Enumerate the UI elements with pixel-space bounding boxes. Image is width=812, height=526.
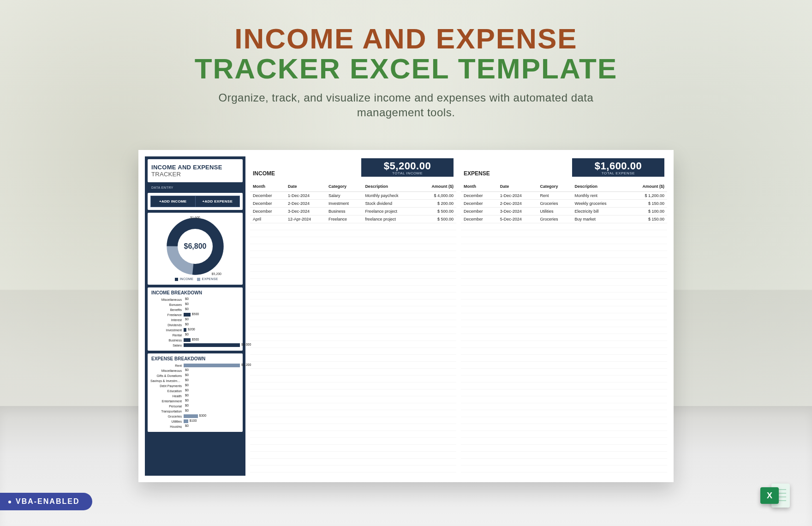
table-row: December3-Dec-2024BusinessFreelance proj…	[250, 208, 456, 215]
data-entry-label: DATA ENTRY	[148, 185, 243, 190]
hero-sub-line1: Organize, track, and visualize income an…	[219, 91, 594, 104]
expense-panel: EXPENSE $1,600.00 TOTAL EXPENSE Month Da…	[461, 156, 667, 476]
bar-value: $500	[192, 312, 199, 316]
bar-value: $0	[185, 297, 189, 300]
bar-value: $0	[185, 378, 189, 382]
cell-desc: Monthly paycheck	[362, 192, 417, 200]
bar-row: Utilities$100	[150, 419, 240, 424]
bar-value: $0	[185, 368, 189, 371]
bar-fill	[184, 343, 240, 347]
bar-row: Rent$1,200	[150, 363, 240, 368]
bar-track: $0	[184, 303, 240, 306]
bar-label: Savings & Investments	[150, 379, 182, 383]
bar-row: Miscellaneous$0	[150, 297, 240, 302]
cell-cat: Salary	[326, 192, 362, 200]
bar-track: $500	[184, 313, 240, 317]
bar-track: $0	[184, 379, 240, 383]
tracker-title-thin: TRACKER	[151, 171, 181, 178]
add-expense-button[interactable]: +ADD EXPENSE	[196, 196, 240, 207]
table-row: April12-Apr-2024Freelancefreelance proje…	[250, 215, 456, 223]
bar-row: Miscellaneous$0	[150, 368, 240, 373]
cell-amt: $ 1,200.00	[627, 192, 667, 200]
income-breakdown-title: INCOME BREAKDOWN	[148, 287, 243, 297]
bar-label: Housing	[150, 425, 182, 428]
bar-row: Interest$0	[150, 317, 240, 323]
bar-row: Education$0	[150, 389, 240, 394]
donut-legend: INCOME EXPENSE	[150, 277, 240, 282]
bar-value: $0	[185, 333, 189, 336]
expense-table: Month Date Category Description Amount (…	[461, 179, 667, 223]
bar-track: $200	[184, 328, 240, 332]
bar-fill	[184, 328, 186, 332]
cell-date: 2-Dec-2024	[285, 200, 326, 208]
bar-label: Debt Payments	[150, 384, 182, 388]
bar-track: $300	[184, 414, 240, 418]
tracker-title: INCOME AND EXPENSE TRACKER	[148, 159, 243, 182]
bar-label: Dividends	[150, 323, 182, 327]
bar-row: Gifts & Donations$0	[150, 373, 240, 378]
bar-row: Dividends$0	[150, 323, 240, 328]
hero-line1: INCOME AND EXPENSE	[0, 22, 812, 55]
bar-track: $0	[184, 409, 240, 413]
cell-cat: Business	[326, 208, 362, 215]
hero-sub-line2: management tools.	[357, 106, 455, 119]
bar-row: Freelance$500	[150, 312, 240, 317]
table-row: December1-Dec-2024SalaryMonthly paycheck…	[250, 192, 456, 200]
income-breakdown-bars: Miscellaneous$0Bonuses$0Benefits$0Freela…	[148, 297, 243, 351]
cell-desc: Electricity bill	[572, 208, 627, 215]
cell-date: 2-Dec-2024	[497, 200, 537, 208]
bar-value: $4,000	[241, 343, 251, 346]
cell-cat: Investment	[326, 200, 362, 208]
cell-desc: Buy market	[572, 215, 627, 223]
donut-income-value: $5,200	[212, 272, 221, 275]
bar-track: $4,000	[184, 343, 240, 347]
bar-label: Rental	[150, 334, 182, 337]
bar-row: Housing$0	[150, 424, 240, 429]
expense-th-date: Date	[497, 179, 537, 192]
cell-month: December	[250, 200, 285, 208]
cell-desc: freelance project	[362, 215, 417, 223]
cell-month: December	[461, 215, 497, 223]
cell-desc: Monthly rent	[572, 192, 627, 200]
bar-track: $0	[184, 323, 240, 327]
table-row: December1-Dec-2024RentMonthly rent$ 1,20…	[461, 192, 667, 200]
bar-fill	[184, 419, 188, 423]
expense-total-amount: $1,600.00	[575, 160, 662, 172]
bar-row: Debt Payments$0	[150, 383, 240, 389]
donut-card: $6,800 $1,600 $5,200 INCOME EXPENSE	[148, 213, 243, 285]
bar-value: $0	[185, 389, 189, 392]
bar-row: Rental$0	[150, 333, 240, 338]
bar-fill	[184, 338, 191, 342]
bar-value: $0	[185, 399, 189, 402]
legend-expense-label: EXPENSE	[202, 277, 218, 281]
income-th-amount: Amount ($)	[418, 179, 456, 192]
income-th-category: Category	[326, 179, 362, 192]
cell-cat: Groceries	[537, 200, 572, 208]
income-panel: INCOME $5,200.00 TOTAL INCOME Month Date…	[250, 156, 456, 476]
income-th-date: Date	[285, 179, 326, 192]
bar-value: $300	[199, 414, 207, 417]
cell-month: December	[461, 192, 497, 200]
bar-row: Health$0	[150, 394, 240, 399]
bar-value: $0	[185, 307, 189, 311]
cell-month: December	[250, 208, 285, 215]
stage: INCOME AND EXPENSE TRACKER EXCEL TEMPLAT…	[0, 0, 812, 526]
cell-amt: $ 500.00	[418, 215, 456, 223]
template-card: INCOME AND EXPENSE TRACKER DATA ENTRY +A…	[138, 150, 674, 482]
hero-sub: Organize, track, and visualize income an…	[0, 90, 812, 120]
bar-value: $500	[192, 338, 199, 341]
bar-value: $0	[185, 424, 189, 427]
income-total-caption: TOTAL INCOME	[364, 171, 451, 175]
expense-empty-grid	[461, 223, 667, 476]
bar-track: $1,200	[184, 364, 240, 367]
bar-row: Salary$4,000	[150, 343, 240, 348]
bar-row: Business$500	[150, 338, 240, 343]
cell-amt: $ 150.00	[627, 215, 667, 223]
add-income-button[interactable]: +ADD INCOME	[150, 196, 196, 207]
income-total-box: $5,200.00 TOTAL INCOME	[361, 158, 454, 177]
bar-value: $1,200	[241, 363, 251, 366]
bar-track: $0	[184, 369, 240, 372]
cell-month: December	[250, 192, 285, 200]
expense-th-description: Description	[572, 179, 627, 192]
vba-badge: VBA-ENABLED	[0, 493, 92, 510]
